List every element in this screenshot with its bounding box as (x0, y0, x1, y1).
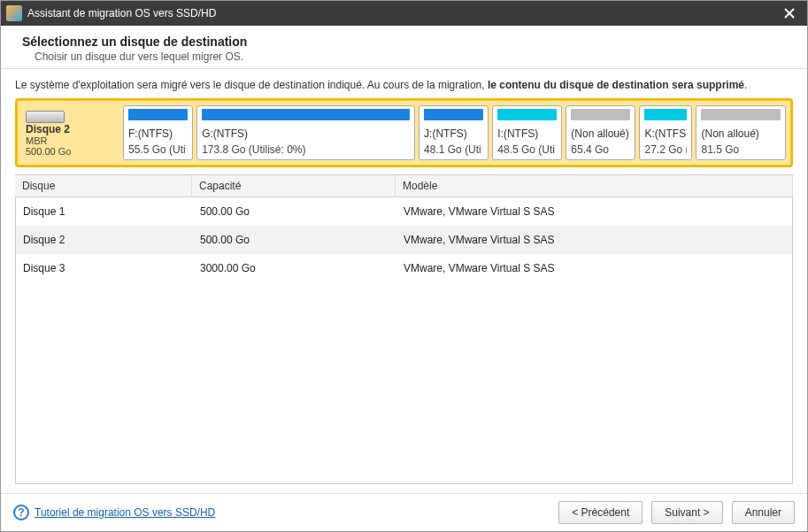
cell-disk: Disque 1 (16, 197, 193, 226)
disk-name: Disque 2 (26, 123, 116, 135)
partition-size: 48.5 Go (Uti (497, 143, 557, 156)
partition-size: 55.5 Go (Uti (128, 143, 188, 156)
col-header-disk: Disque (15, 175, 192, 197)
col-header-capacity: Capacité (192, 175, 396, 197)
partition-size: 65.4 Go (571, 143, 630, 156)
cell-capacity: 500.00 Go (193, 226, 396, 254)
partition-bar (497, 109, 557, 120)
partition-bar (701, 109, 781, 120)
info-bold: le contenu du disque de destination sera… (488, 79, 744, 91)
close-icon (784, 8, 795, 19)
disk-icon (26, 111, 65, 123)
partition-bar (424, 109, 483, 120)
disk-table: Disque 1500.00 GoVMware, VMware Virtual … (15, 197, 793, 484)
partition-size: 81.5 Go (701, 143, 781, 156)
cell-model: VMware, VMware Virtual S SAS (396, 254, 792, 282)
partition-label: J:(NTFS) (424, 127, 483, 140)
cell-capacity: 3000.00 Go (193, 254, 396, 282)
disk-scheme: MBR (26, 135, 116, 146)
partition[interactable]: (Non alloué)81.5 Go (696, 105, 786, 160)
partition-size: 48.1 Go (Uti (424, 143, 483, 156)
cell-model: VMware, VMware Virtual S SAS (396, 226, 792, 254)
prev-button[interactable]: < Précédent (558, 501, 643, 524)
partition[interactable]: (Non alloué)65.4 Go (566, 105, 635, 160)
migration-wizard-window: Assistant de migration OS vers SSD/HD Sé… (0, 0, 808, 532)
content-area: Le système d'exploitation sera migré ver… (1, 69, 807, 493)
table-body: Disque 1500.00 GoVMware, VMware Virtual … (16, 197, 792, 483)
info-prefix: Le système d'exploitation sera migré ver… (15, 79, 488, 91)
disk-summary: Disque 2 MBR 500.00 Go (24, 105, 119, 160)
partition-bar (202, 109, 410, 120)
partition[interactable]: F:(NTFS)55.5 Go (Uti (123, 105, 193, 160)
next-button[interactable]: Suivant > (651, 501, 722, 524)
partition[interactable]: G:(NTFS)173.8 Go (Utilisé: 0%) (196, 105, 415, 160)
partition-label: K:(NTFS) (644, 127, 687, 140)
help-icon: ? (13, 505, 29, 520)
cell-model: VMware, VMware Virtual S SAS (396, 197, 792, 226)
partition-label: (Non alloué) (701, 127, 781, 140)
table-row[interactable]: Disque 33000.00 GoVMware, VMware Virtual… (16, 254, 792, 282)
info-text: Le système d'exploitation sera migré ver… (15, 78, 793, 93)
partition[interactable]: J:(NTFS)48.1 Go (Uti (419, 105, 489, 160)
col-header-model: Modèle (396, 175, 793, 197)
selected-disk-panel: Disque 2 MBR 500.00 Go F:(NTFS)55.5 Go (… (15, 98, 793, 167)
partition-label: (Non alloué) (571, 127, 630, 140)
cell-disk: Disque 2 (16, 226, 193, 254)
titlebar: Assistant de migration OS vers SSD/HD (1, 1, 807, 26)
partition-size: 173.8 Go (Utilisé: 0%) (202, 143, 410, 156)
footer: ? Tutoriel de migration OS vers SSD/HD <… (1, 493, 807, 531)
partition-strip: F:(NTFS)55.5 Go (UtiG:(NTFS)173.8 Go (Ut… (123, 105, 786, 160)
disk-size: 500.00 Go (26, 146, 116, 157)
page-title: Sélectionnez un disque de destination (22, 35, 786, 49)
close-button[interactable] (777, 1, 802, 26)
cell-capacity: 500.00 Go (193, 197, 396, 226)
tutorial-link[interactable]: Tutoriel de migration OS vers SSD/HD (35, 506, 215, 519)
table-row[interactable]: Disque 1500.00 GoVMware, VMware Virtual … (16, 197, 792, 226)
page-subtitle: Choisir un disque dur vers lequel migrer… (22, 50, 786, 63)
partition-bar (644, 109, 687, 120)
partition-bar (128, 109, 188, 120)
app-icon (6, 5, 22, 21)
page-heading: Sélectionnez un disque de destination Ch… (1, 26, 807, 68)
partition-size: 27.2 Go (Uti (644, 143, 687, 156)
table-row[interactable]: Disque 2500.00 GoVMware, VMware Virtual … (16, 226, 792, 254)
partition-label: G:(NTFS) (202, 127, 410, 140)
partition-bar (571, 109, 630, 120)
tutorial-help: ? Tutoriel de migration OS vers SSD/HD (13, 505, 215, 520)
cancel-button[interactable]: Annuler (732, 501, 795, 524)
partition-label: I:(NTFS) (497, 127, 557, 140)
partition[interactable]: K:(NTFS)27.2 Go (Uti (639, 105, 692, 160)
window-title: Assistant de migration OS vers SSD/HD (27, 7, 777, 19)
info-suffix: . (744, 79, 747, 91)
partition-label: F:(NTFS) (128, 127, 188, 140)
cell-disk: Disque 3 (16, 254, 193, 282)
partition[interactable]: I:(NTFS)48.5 Go (Uti (492, 105, 562, 160)
table-header: Disque Capacité Modèle (15, 174, 793, 197)
